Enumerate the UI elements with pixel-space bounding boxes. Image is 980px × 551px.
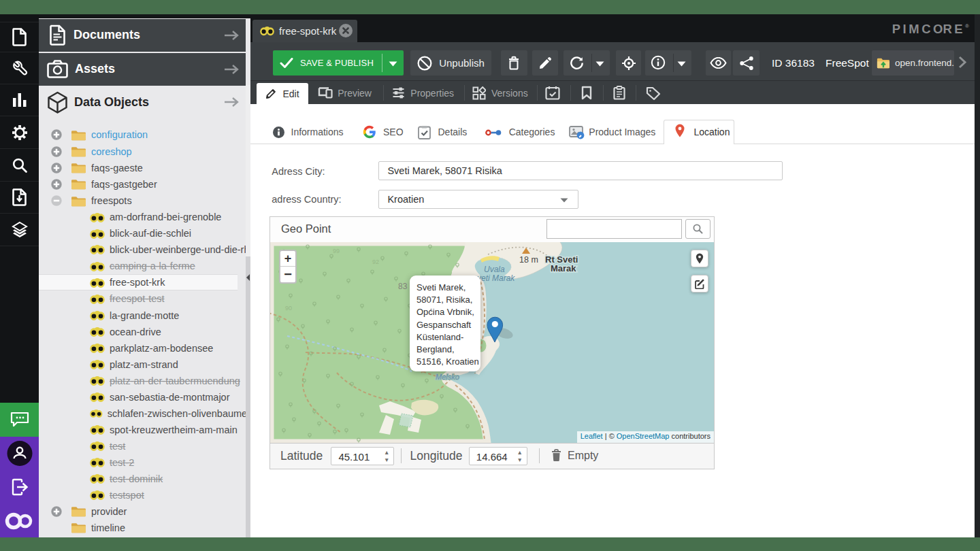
svg-text:99: 99 (333, 248, 340, 254)
svg-text:veti Marak: veti Marak (477, 273, 515, 283)
svg-text:Marak: Marak (551, 263, 576, 273)
svg-text:90: 90 (285, 305, 292, 312)
svg-text:Melsko: Melsko (436, 373, 459, 381)
svg-text:92: 92 (372, 258, 379, 265)
svg-text:18 m: 18 m (519, 255, 538, 265)
svg-text:Uvala: Uvala (484, 265, 505, 274)
